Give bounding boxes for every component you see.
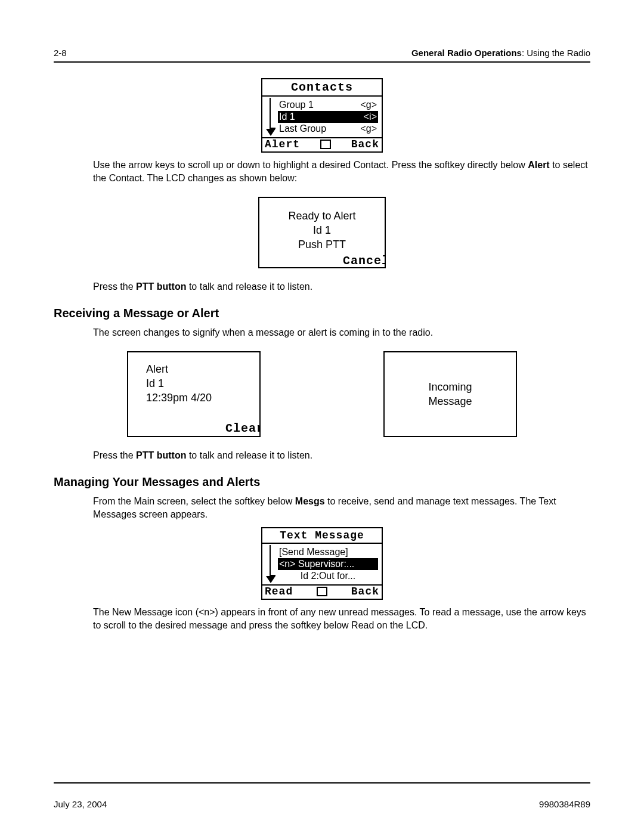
lcd-alert-incoming: Alert Id 1 12:39pm 4/20 Clear	[127, 351, 261, 437]
page-number: 2-8	[54, 48, 67, 58]
scroll-arrow-icon	[265, 98, 275, 136]
softkey-right[interactable]: Clear	[225, 422, 259, 435]
lcd-line: Message	[428, 394, 472, 408]
header-rule	[54, 61, 590, 63]
lcd-text-messages: Text Message [Send Message] <n> Supervis…	[261, 527, 383, 600]
paragraph: Press the PTT button to talk and release…	[93, 449, 590, 462]
list-item[interactable]: Id 1 <i>	[278, 111, 378, 123]
lcd-title: Contacts	[262, 79, 382, 97]
softkey-right[interactable]: Cancel	[343, 254, 385, 267]
menu-icon[interactable]	[317, 587, 327, 596]
paragraph: Use the arrow keys to scroll up or down …	[93, 159, 590, 185]
page-footer: July 23, 2004 9980384R89	[54, 799, 590, 809]
lcd-line: Push PTT	[259, 237, 385, 252]
softkey-right[interactable]: Back	[351, 586, 379, 597]
lcd-ready-alert: Ready to Alert Id 1 Push PTT Cancel	[258, 197, 386, 268]
list-item[interactable]: Group 1 <g>	[278, 99, 378, 111]
lcd-line: Id 1	[146, 376, 259, 391]
message-list: [Send Message] <n> Supervisor:... Id 2:O…	[262, 544, 382, 584]
heading: Receiving a Message or Alert	[54, 306, 590, 320]
paragraph: The screen changes to signify when a mes…	[93, 326, 590, 339]
lcd-line: Incoming	[428, 380, 472, 394]
paragraph: The New Message icon (<n>) appears in fr…	[93, 606, 590, 632]
list-item[interactable]: [Send Message]	[278, 546, 378, 558]
footer-docnum: 9980384R89	[539, 799, 590, 809]
list-item[interactable]: <n> Supervisor:...	[278, 558, 378, 570]
lcd-title: Text Message	[262, 528, 382, 544]
lcd-line: Ready to Alert	[259, 209, 385, 223]
paragraph: From the Main screen, select the softkey…	[93, 495, 590, 521]
section-title: General Radio Operations: Using the Radi…	[411, 48, 590, 58]
heading: Managing Your Messages and Alerts	[54, 475, 590, 489]
lcd-line: Alert	[146, 362, 259, 376]
lcd-line: 12:39pm 4/20	[146, 391, 259, 405]
lcd-contacts: Contacts Group 1 <g> Id 1 <i> Last Group…	[261, 78, 383, 153]
lcd-incoming-message: Incoming Message	[383, 351, 517, 437]
lcd-line: Id 1	[259, 223, 385, 237]
contact-list: Group 1 <g> Id 1 <i> Last Group <g>	[262, 97, 382, 137]
footer-date: July 23, 2004	[54, 799, 107, 809]
paragraph: Press the PTT button to talk and release…	[93, 280, 590, 293]
softkey-left[interactable]: Read	[265, 586, 293, 597]
scroll-arrow-icon	[265, 545, 275, 583]
page-header: 2-8 General Radio Operations: Using the …	[54, 48, 590, 58]
softkey-bar: Alert Back	[262, 137, 382, 151]
list-item[interactable]: Id 2:Out for...	[278, 570, 378, 582]
softkey-bar: Read Back	[262, 584, 382, 599]
softkey-left[interactable]: Alert	[265, 138, 300, 150]
footer-rule	[54, 782, 590, 784]
softkey-right[interactable]: Back	[351, 138, 379, 150]
list-item[interactable]: Last Group <g>	[278, 123, 378, 135]
menu-icon[interactable]	[320, 140, 331, 149]
